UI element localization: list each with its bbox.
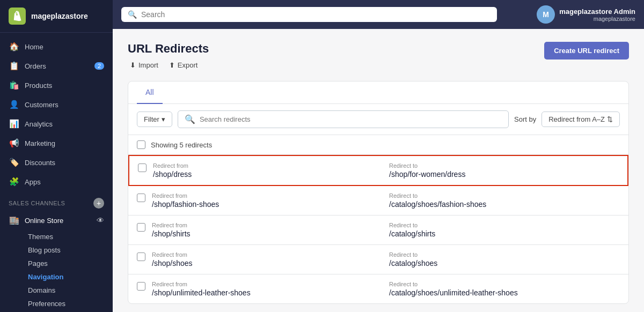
page-content: URL Redirects ⬇ Import ⬆ Export Create U…: [113, 29, 644, 312]
sales-channels-header: SALES CHANNELS +: [0, 191, 113, 211]
redirect-row[interactable]: Redirect from /shop/unlimited-leather-sh…: [128, 274, 628, 303]
sidebar-item-home[interactable]: 🏠 Home: [0, 37, 113, 56]
redirect-to-path: /catalog/shoes/unlimited-leather-shoes: [389, 288, 620, 297]
sort-button[interactable]: Redirect from A–Z ⇅: [541, 112, 620, 127]
export-button[interactable]: ⬆ Export: [167, 58, 200, 72]
select-all-checkbox[interactable]: [137, 140, 145, 149]
user-name: mageplazastore Admin: [559, 8, 635, 16]
row-checkbox[interactable]: [138, 164, 147, 172]
sort-value: Redirect from A–Z: [548, 115, 605, 123]
sidebar-item-label: Apps: [25, 178, 41, 186]
redirect-from-path: /shop/shoes: [152, 259, 383, 268]
redirect-from-label: Redirect from: [152, 281, 383, 287]
search-redirects-input[interactable]: [200, 115, 502, 123]
sidebar-item-label: Analytics: [25, 120, 53, 128]
online-store-label: Online Store: [25, 217, 91, 225]
sort-chevron-icon: ⇅: [607, 115, 613, 123]
showing-row: Showing 5 redirects: [128, 135, 628, 155]
row-checkbox[interactable]: [137, 194, 145, 202]
redirect-to-cell: Redirect to /catalog/shoes: [389, 251, 620, 268]
sidebar-item-apps[interactable]: 🧩 Apps: [0, 172, 113, 191]
redirect-to-path: /catalog/shirts: [389, 229, 620, 238]
apps-icon: 🧩: [9, 176, 19, 187]
redirect-to-label: Redirect to: [389, 192, 620, 199]
create-redirect-button[interactable]: Create URL redirect: [544, 42, 629, 60]
sidebar-item-products[interactable]: 🛍️ Products: [0, 76, 113, 95]
row-checkbox[interactable]: [137, 282, 145, 291]
redirect-from-path: /shop/shirts: [152, 229, 383, 238]
sidebar-item-orders[interactable]: 📋 Orders 2: [0, 56, 113, 76]
redirect-row[interactable]: Redirect from /shop/fashion-shoes Redire…: [128, 186, 628, 216]
sidebar-item-themes[interactable]: Themes: [19, 230, 113, 243]
row-checkbox[interactable]: [137, 252, 145, 261]
row-checkbox-wrap: [137, 192, 145, 202]
main-wrapper: 🔍 M mageplazastore Admin mageplazastore …: [113, 0, 644, 312]
products-icon: 🛍️: [9, 80, 19, 91]
sidebar-item-label: Marketing: [25, 139, 55, 147]
sidebar-item-pages[interactable]: Pages: [19, 257, 113, 270]
redirect-row[interactable]: Redirect from /shop/shirts Redirect to /…: [128, 216, 628, 245]
redirect-from-cell: Redirect from /shop/fashion-shoes: [152, 192, 383, 209]
user-store: mageplazastore: [559, 16, 635, 22]
import-button[interactable]: ⬇ Import: [128, 58, 160, 72]
search-redirects-bar: 🔍: [178, 110, 509, 128]
sidebar-item-blog-posts[interactable]: Blog posts: [19, 243, 113, 257]
customers-icon: 👤: [9, 99, 19, 110]
redirect-to-label: Redirect to: [389, 222, 620, 228]
global-search-input[interactable]: [141, 10, 491, 19]
redirect-to-cell: Redirect to /shop/for-women/dress: [389, 162, 619, 179]
redirect-from-label: Redirect from: [153, 162, 383, 169]
row-checkbox-wrap: [137, 222, 145, 232]
row-checkbox-wrap: [137, 281, 145, 291]
sidebar-item-label: Customers: [25, 101, 58, 109]
online-store-icon: 🏬: [9, 215, 19, 226]
sidebar: mageplazastore 🏠 Home 📋 Orders 2 🛍️ Prod…: [0, 0, 113, 312]
redirect-from-path: /shop/dress: [153, 170, 383, 179]
home-icon: 🏠: [9, 41, 19, 52]
filter-button[interactable]: Filter ▾: [137, 112, 172, 127]
user-info: mageplazastore Admin mageplazastore: [559, 8, 635, 22]
eye-icon[interactable]: 👁: [97, 216, 104, 225]
redirect-from-label: Redirect from: [152, 251, 383, 258]
sidebar-item-discounts[interactable]: 🏷️ Discounts: [0, 153, 113, 172]
discounts-icon: 🏷️: [9, 157, 19, 168]
redirect-from-cell: Redirect from /shop/shoes: [152, 251, 383, 268]
redirect-from-label: Redirect from: [152, 222, 383, 228]
sidebar-item-navigation[interactable]: Navigation: [19, 270, 113, 284]
card-tabs: All: [128, 81, 628, 104]
orders-icon: 📋: [9, 61, 19, 71]
store-name: mageplazastore: [31, 12, 88, 20]
redirect-to-cell: Redirect to /catalog/shirts: [389, 222, 620, 238]
redirect-row[interactable]: Redirect from /shop/shoes Redirect to /c…: [128, 245, 628, 274]
orders-badge: 2: [94, 62, 104, 70]
online-store-sub-nav: Themes Blog posts Pages Navigation Domai…: [0, 230, 113, 310]
sidebar-item-customers[interactable]: 👤 Customers: [0, 95, 113, 114]
search-bar: 🔍: [121, 7, 497, 22]
sidebar-item-preferences[interactable]: Preferences: [19, 297, 113, 310]
redirect-to-label: Redirect to: [389, 281, 620, 287]
redirect-row[interactable]: Redirect from /shop/dress Redirect to /s…: [128, 155, 628, 186]
redirect-to-label: Redirect to: [389, 162, 619, 169]
redirect-from-cell: Redirect from /shop/shirts: [152, 222, 383, 238]
sidebar-nav: 🏠 Home 📋 Orders 2 🛍️ Products 👤 Customer…: [0, 33, 113, 312]
topbar: 🔍 M mageplazastore Admin mageplazastore: [113, 0, 644, 29]
row-checkbox[interactable]: [137, 223, 145, 232]
search-redirects-icon: 🔍: [185, 114, 195, 124]
redirect-to-path: /shop/for-women/dress: [389, 170, 619, 179]
page-header: URL Redirects ⬇ Import ⬆ Export Create U…: [128, 42, 629, 72]
sidebar-header: mageplazastore: [0, 0, 113, 33]
user-area: M mageplazastore Admin mageplazastore: [537, 5, 635, 24]
sidebar-item-marketing[interactable]: 📢 Marketing: [0, 133, 113, 153]
sidebar-item-domains[interactable]: Domains: [19, 284, 113, 297]
sidebar-item-label: Products: [25, 81, 52, 90]
redirect-to-label: Redirect to: [389, 251, 620, 258]
redirect-to-path: /catalog/shoes/fashion-shoes: [389, 200, 620, 209]
analytics-icon: 📊: [9, 118, 19, 129]
sidebar-item-analytics[interactable]: 📊 Analytics: [0, 114, 113, 133]
sidebar-item-online-store[interactable]: 🏬 Online Store 👁: [0, 211, 113, 230]
row-checkbox-wrap: [138, 162, 147, 172]
tab-all[interactable]: All: [137, 81, 163, 104]
search-icon: 🔍: [128, 10, 137, 19]
redirect-from-label: Redirect from: [152, 192, 383, 199]
add-sales-channel-button[interactable]: +: [93, 198, 104, 209]
